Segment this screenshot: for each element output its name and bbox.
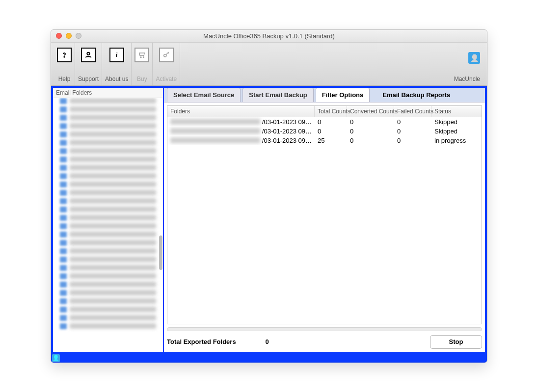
support-icon[interactable] [81, 48, 96, 62]
email-folders-list[interactable]: /* rows generated below via JS for brevi… [53, 98, 163, 352]
list-item[interactable] [60, 173, 163, 182]
folder-icon [60, 273, 67, 279]
list-item[interactable] [60, 131, 163, 140]
list-item[interactable] [60, 223, 163, 232]
list-item[interactable] [60, 298, 163, 307]
toolbar-label: Support [78, 76, 99, 82]
list-item[interactable] [60, 248, 163, 257]
list-item[interactable] [60, 98, 163, 106]
list-item[interactable] [60, 182, 163, 190]
folder-name-redacted [70, 315, 156, 320]
folder-name-redacted [70, 106, 156, 112]
toolbar-label: Buy [137, 76, 147, 82]
col-status[interactable]: Status [431, 106, 482, 117]
table-row[interactable]: /03-01-2023 09…000Skipped [167, 127, 482, 136]
folder-date: /03-01-2023 09… [262, 128, 312, 135]
folder-name-redacted [70, 298, 156, 304]
toolbar-item-support[interactable]: Support [75, 43, 102, 85]
list-item[interactable] [60, 273, 163, 282]
tab-start-backup[interactable]: Start Email Backup [242, 88, 314, 102]
table-row[interactable]: /03-01-2023 09…000Skipped [167, 117, 482, 127]
list-item[interactable] [60, 123, 163, 131]
col-folders[interactable]: Folders [167, 106, 315, 117]
svg-point-3 [140, 56, 141, 57]
info-icon[interactable]: i [109, 48, 124, 62]
folder-name-redacted [70, 123, 156, 129]
folder-name-redacted [70, 198, 156, 204]
list-item[interactable] [60, 148, 163, 157]
app-window: MacUncle Office365 Backup v1.0.1 (Standa… [51, 29, 487, 363]
list-item[interactable] [60, 257, 163, 265]
folder-icon [60, 232, 67, 237]
folder-name-redacted [70, 290, 156, 295]
list-item[interactable] [60, 290, 163, 298]
traffic-lights [56, 33, 81, 39]
list-item[interactable] [60, 140, 163, 148]
tab-select-source[interactable]: Select Email Source [167, 88, 241, 102]
list-item[interactable] [60, 307, 163, 315]
cart-icon[interactable] [134, 48, 149, 62]
list-item[interactable] [60, 232, 163, 240]
minimize-icon[interactable] [66, 33, 72, 39]
folder-icon [60, 223, 67, 229]
list-item[interactable] [60, 315, 163, 323]
col-converted[interactable]: Converted Counts [347, 106, 394, 117]
cell-status: Skipped [431, 127, 482, 136]
stop-button[interactable]: Stop [430, 335, 482, 349]
list-item[interactable] [60, 198, 163, 207]
folder-icon [60, 248, 67, 254]
footer-row: Total Exported Folders 0 Stop [164, 332, 485, 352]
cell-failed: 0 [394, 117, 431, 127]
list-item[interactable] [60, 240, 163, 248]
folder-icon [60, 106, 67, 112]
toolbar-item-aboutus[interactable]: i About us [102, 43, 132, 85]
tab-backup-reports: Email Backup Reports [377, 88, 456, 102]
cell-converted: 0 [347, 136, 394, 145]
svg-point-4 [143, 56, 144, 57]
folder-path-redacted [170, 128, 260, 134]
list-item[interactable] [60, 115, 163, 123]
cell-total: 0 [315, 127, 347, 136]
progress-bar [167, 327, 482, 331]
list-item[interactable] [60, 165, 163, 173]
toolbar-label: Activate [156, 76, 177, 82]
folder-icon [60, 123, 67, 129]
email-folders-pane: Email Folders /* rows generated below vi… [53, 88, 164, 352]
right-pane: Select Email Source Start Email Backup F… [164, 88, 485, 352]
help-icon[interactable] [57, 48, 72, 62]
scrollbar-thumb[interactable] [159, 235, 162, 270]
list-item[interactable] [60, 282, 163, 290]
folder-name-redacted [70, 207, 156, 212]
fullscreen-icon[interactable] [76, 33, 81, 39]
tab-filter-options[interactable]: Filter Options [316, 88, 370, 102]
cell-failed: 0 [394, 136, 431, 145]
svg-point-0 [64, 56, 64, 57]
toolbar-item-buy[interactable]: Buy [132, 43, 153, 85]
list-item[interactable] [60, 106, 163, 115]
col-total[interactable]: Total Counts [315, 106, 347, 117]
key-icon[interactable] [159, 48, 174, 62]
col-failed[interactable]: Failed Counts [394, 106, 431, 117]
cell-total: 25 [315, 136, 347, 145]
toolbar-item-help[interactable]: Help [54, 43, 75, 85]
list-item[interactable] [60, 265, 163, 273]
folder-name-redacted [70, 265, 156, 270]
list-item[interactable] [60, 323, 163, 332]
folder-icon [60, 115, 67, 121]
close-icon[interactable] [56, 33, 62, 39]
folder-name-redacted [70, 148, 156, 154]
folder-icon [60, 173, 67, 179]
svg-text:i: i [115, 52, 117, 58]
list-item[interactable] [60, 190, 163, 198]
folder-icon [60, 157, 67, 162]
folder-icon [60, 290, 67, 296]
list-item[interactable] [60, 215, 163, 223]
list-item[interactable] [60, 207, 163, 215]
table-row[interactable]: /03-01-2023 09…2500in progress [167, 136, 482, 145]
list-item[interactable] [60, 157, 163, 165]
toolbar-item-activate[interactable]: Activate [153, 43, 180, 85]
folder-name-redacted [70, 248, 156, 254]
main-body: Email Folders /* rows generated below vi… [51, 86, 487, 354]
toolbar-label: About us [105, 76, 128, 82]
folder-icon [60, 207, 67, 212]
